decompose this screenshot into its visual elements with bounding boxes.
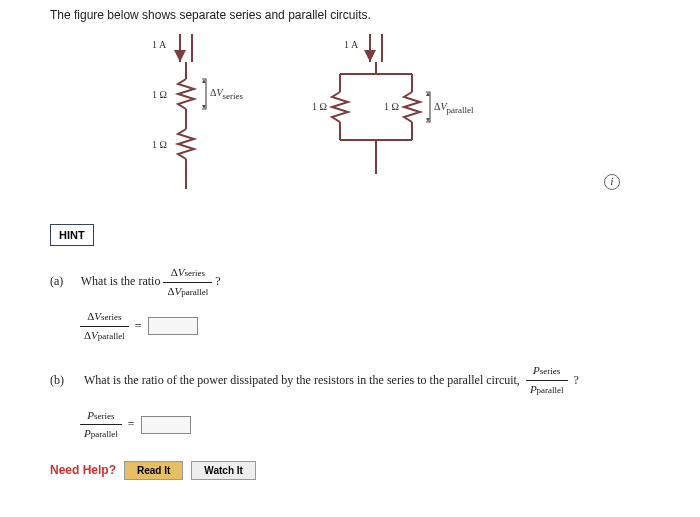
part-b-label: (b)	[50, 371, 78, 390]
part-a-label: (a)	[50, 272, 78, 291]
need-help-label: Need Help?	[50, 463, 116, 477]
series-r1-label: 1 Ω	[152, 89, 167, 100]
series-current-label: 1 A	[152, 39, 167, 50]
part-b-answer-frac: Pseries Pparallel	[80, 407, 122, 443]
need-help-row: Need Help? Read It Watch It	[50, 461, 700, 480]
part-b-ratio-frac: Pseries Pparallel	[526, 362, 568, 398]
intro-text: The figure below shows separate series a…	[50, 8, 700, 22]
part-a-answer-row: ΔVseries ΔVparallel =	[80, 308, 700, 344]
parallel-circuit: 1 A 1 Ω 1 Ω ΔVparallel	[310, 34, 500, 204]
part-b-qmark: ?	[574, 371, 579, 390]
equals-b: =	[128, 415, 135, 434]
part-a-input[interactable]	[148, 317, 198, 335]
info-icon[interactable]: i	[604, 174, 620, 190]
parallel-r1-label: 1 Ω	[312, 101, 327, 112]
part-b-answer-row: Pseries Pparallel =	[80, 407, 700, 443]
equals: =	[135, 317, 142, 336]
part-b: (b) What is the ratio of the power dissi…	[50, 362, 700, 442]
read-it-button[interactable]: Read It	[124, 461, 183, 480]
part-a-qmark: ?	[215, 274, 220, 288]
part-a-question: What is the ratio	[81, 274, 161, 288]
watch-it-button[interactable]: Watch It	[191, 461, 256, 480]
svg-marker-10	[364, 50, 376, 62]
series-circuit: 1 A 1 Ω 1 Ω ΔVseries	[130, 34, 260, 204]
part-b-question: What is the ratio of the power dissipate…	[84, 371, 520, 390]
svg-text:ΔVseries: ΔVseries	[210, 87, 244, 101]
parallel-r2-label: 1 Ω	[384, 101, 399, 112]
figure-area: 1 A 1 Ω 1 Ω ΔVseries 1 A 1 Ω	[130, 34, 700, 204]
part-b-input[interactable]	[141, 416, 191, 434]
part-a-ratio-frac: ΔVseries ΔVparallel	[163, 264, 212, 300]
part-a-answer-frac: ΔVseries ΔVparallel	[80, 308, 129, 344]
hint-button[interactable]: HINT	[50, 224, 94, 246]
part-a: (a) What is the ratio ΔVseries ΔVparalle…	[50, 264, 700, 344]
parallel-current-label: 1 A	[344, 39, 359, 50]
svg-text:ΔVparallel: ΔVparallel	[434, 101, 474, 115]
series-r2-label: 1 Ω	[152, 139, 167, 150]
svg-marker-1	[174, 50, 186, 62]
